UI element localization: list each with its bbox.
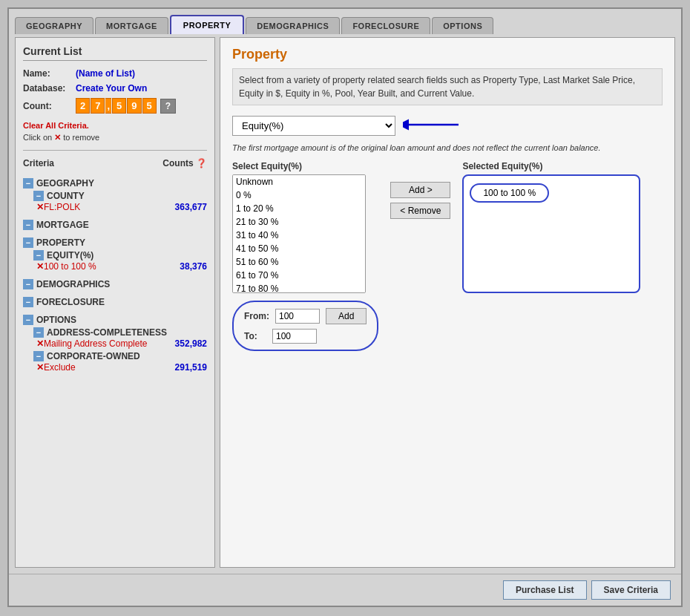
criteria-section-foreclosure: − FORECLOSURE: [23, 295, 207, 308]
name-row: Name: (Name of List): [23, 68, 207, 79]
address-completeness-header[interactable]: − ADDRESS-COMPLETENESS: [33, 327, 207, 338]
from-row: From: Add: [244, 308, 367, 324]
equity-option-41-50[interactable]: 41 to 50 %: [233, 242, 365, 255]
count-sep: ,: [105, 98, 111, 114]
address-collapse-icon[interactable]: −: [33, 327, 44, 338]
count-digit-4: 9: [127, 98, 141, 114]
selected-equity-col: Selected Equity(%) 100 to 100 %: [462, 161, 640, 293]
address-completeness-count: 352,982: [175, 338, 207, 349]
equity-item-count: 38,376: [180, 261, 207, 272]
equity-option-71-80[interactable]: 71 to 80 %: [233, 282, 365, 293]
criteria-section-options: − OPTIONS − ADDRESS-COMPLETENESS ✕ Maili…: [23, 312, 207, 373]
equity-option-unknown[interactable]: Unknown: [233, 175, 365, 189]
address-completeness-item[interactable]: ✕ Mailing Address Complete 352,982: [36, 338, 207, 349]
county-remove-icon[interactable]: ✕: [36, 202, 44, 212]
geography-collapse-icon[interactable]: −: [23, 178, 33, 189]
tab-bar: GEOGRAPHY MORTGAGE PROPERTY DEMOGRAPHICS…: [9, 9, 681, 34]
count-row: Count: 2 7 , 5 9 5 ?: [23, 98, 207, 114]
clear-criteria[interactable]: Clear All Criteria.: [23, 121, 207, 130]
corporate-collapse-icon[interactable]: −: [33, 351, 44, 361]
criteria-section-geography: − GEOGRAPHY − COUNTY ✕ FL:POLK 363,677: [23, 176, 207, 213]
equity-option-31-40[interactable]: 31 to 40 %: [233, 229, 365, 242]
foreclosure-label: FORECLOSURE: [36, 297, 105, 307]
options-group-header[interactable]: − OPTIONS: [23, 315, 207, 325]
right-panel: Property Select from a variety of proper…: [220, 37, 675, 568]
geography-group-header[interactable]: − GEOGRAPHY: [23, 178, 207, 189]
tab-demographics[interactable]: DEMOGRAPHICS: [246, 17, 340, 34]
loan-note: The first mortgage amount is of the orig…: [232, 143, 663, 152]
equity-item[interactable]: ✕ 100 to 100 % 38,376: [36, 261, 207, 272]
corporate-owned-subgroup: − CORPORATE-OWNED ✕ Exclude 291,519: [23, 351, 207, 373]
purchase-list-button[interactable]: Purchase List: [503, 580, 587, 600]
click-remove-text: Click on ✕ to remove: [23, 133, 207, 142]
property-title: Property: [232, 47, 663, 62]
add-button[interactable]: Add >: [390, 182, 450, 198]
to-input[interactable]: [272, 329, 317, 344]
county-group-header[interactable]: − COUNTY: [33, 191, 207, 201]
add-remove-col: Add > < Remove: [390, 182, 450, 219]
equity-option-0[interactable]: 0 %: [233, 189, 365, 202]
from-input[interactable]: [275, 309, 320, 324]
count-label: Count:: [23, 101, 71, 111]
equity-label: EQUITY(%): [47, 250, 93, 261]
demographics-group-header[interactable]: − DEMOGRAPHICS: [23, 279, 207, 289]
help-button[interactable]: ?: [160, 99, 176, 114]
corporate-owned-name: Exclude: [44, 362, 175, 373]
corporate-owned-item[interactable]: ✕ Exclude 291,519: [36, 362, 207, 373]
equity-option-61-70[interactable]: 61 to 70 %: [233, 269, 365, 282]
tab-geography[interactable]: GEOGRAPHY: [15, 17, 93, 34]
equity-item-name: 100 to 100 %: [44, 261, 180, 272]
tab-property[interactable]: PROPERTY: [170, 15, 245, 34]
remove-button[interactable]: < Remove: [390, 203, 450, 219]
criteria-section-property: − PROPERTY − EQUITY(%) ✕ 100 to 100 % 38…: [23, 235, 207, 272]
tab-foreclosure[interactable]: FORECLOSURE: [341, 17, 430, 34]
criteria-section-demographics: − DEMOGRAPHICS: [23, 277, 207, 290]
counts-col-header: Counts ❓: [162, 158, 207, 168]
corporate-owned-label: CORPORATE-OWNED: [47, 351, 140, 361]
criteria-col-header: Criteria: [23, 158, 54, 168]
equity-option-51-60[interactable]: 51 to 60 %: [233, 255, 365, 269]
mortgage-group-header[interactable]: − MORTGAGE: [23, 220, 207, 230]
name-label: Name:: [23, 68, 71, 79]
save-criteria-button[interactable]: Save Criteria: [591, 580, 671, 600]
corporate-remove-icon[interactable]: ✕: [36, 362, 44, 373]
equity-area: Select Equity(%) Unknown 0 % 1 to 20 % 2…: [232, 161, 663, 351]
options-collapse-icon[interactable]: −: [23, 315, 33, 325]
tab-options[interactable]: OPTIONS: [432, 17, 493, 34]
equity-option-1-20[interactable]: 1 to 20 %: [233, 202, 365, 215]
selected-equity-label: Selected Equity(%): [462, 161, 640, 171]
property-collapse-icon[interactable]: −: [23, 237, 33, 248]
equity-collapse-icon[interactable]: −: [33, 250, 44, 261]
corporate-owned-count: 291,519: [175, 362, 207, 373]
mortgage-collapse-icon[interactable]: −: [23, 220, 33, 230]
property-criteria-label: PROPERTY: [36, 237, 85, 248]
select-equity-label: Select Equity(%): [232, 161, 378, 171]
demographics-collapse-icon[interactable]: −: [23, 279, 33, 289]
county-collapse-icon[interactable]: −: [33, 191, 44, 201]
corporate-owned-header[interactable]: − CORPORATE-OWNED: [33, 351, 207, 361]
foreclosure-group-header[interactable]: − FORECLOSURE: [23, 297, 207, 307]
foreclosure-collapse-icon[interactable]: −: [23, 297, 33, 307]
property-group-header[interactable]: − PROPERTY: [23, 237, 207, 248]
property-type-dropdown[interactable]: Equity(%): [232, 116, 395, 136]
name-value: (Name of List): [76, 68, 135, 79]
county-item-name: FL:POLK: [44, 202, 175, 212]
count-boxes: 2 7 , 5 9 5 ?: [76, 98, 176, 114]
count-digit-5: 5: [142, 98, 157, 114]
criteria-section-mortgage: − MORTGAGE: [23, 217, 207, 231]
dropdown-arrow: [403, 116, 462, 136]
equity-option-21-30[interactable]: 21 to 30 %: [233, 215, 365, 229]
address-remove-icon[interactable]: ✕: [36, 338, 44, 349]
add-range-button[interactable]: Add: [326, 308, 367, 324]
tab-mortgage[interactable]: MORTGAGE: [95, 17, 168, 34]
content-area: Current List Name: (Name of List) Databa…: [9, 34, 681, 574]
equity-remove-icon[interactable]: ✕: [36, 261, 44, 272]
selected-equity-value: 100 to 100 %: [470, 183, 549, 203]
select-equity-col: Select Equity(%) Unknown 0 % 1 to 20 % 2…: [232, 161, 378, 351]
equity-listbox[interactable]: Unknown 0 % 1 to 20 % 21 to 30 % 31 to 4…: [232, 174, 366, 293]
county-item-polk[interactable]: ✕ FL:POLK 363,677: [36, 202, 207, 212]
from-label: From:: [244, 311, 269, 321]
equity-group-header[interactable]: − EQUITY(%): [33, 250, 207, 261]
count-digit-3: 5: [112, 98, 126, 114]
from-to-section: From: Add To:: [232, 301, 378, 351]
